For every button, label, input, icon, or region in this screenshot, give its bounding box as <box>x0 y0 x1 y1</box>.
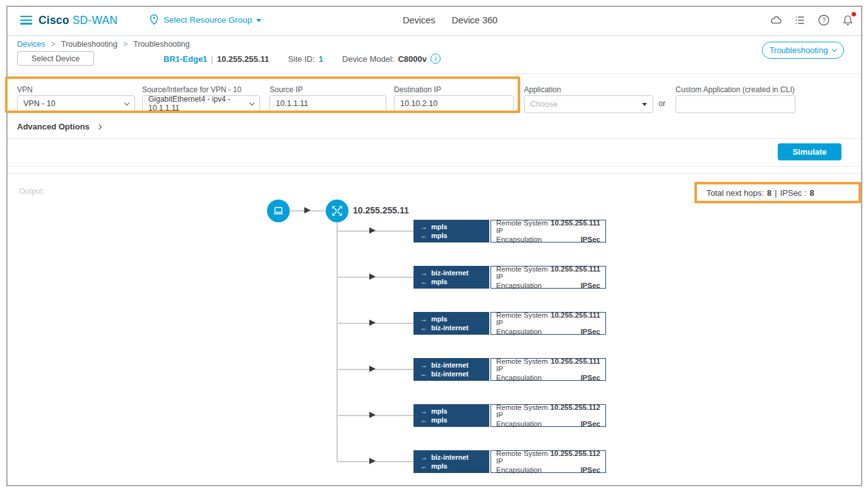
remote-system-ip-value: 10.255.255.111 <box>550 357 600 373</box>
outbound-arrow-icon: → <box>420 315 427 323</box>
edge-router-node[interactable] <box>326 200 348 222</box>
encapsulation-value: IPSec <box>581 420 600 428</box>
header-icon-group: ? <box>769 13 855 27</box>
custom-application-input[interactable] <box>682 100 789 109</box>
notification-badge <box>852 12 856 16</box>
hop-detail-panel: Remote System IP 10.255.255.111 Encapsul… <box>490 358 606 381</box>
outbound-arrow-icon: → <box>420 407 427 415</box>
vpn-select[interactable]: VPN - 10 <box>17 95 135 112</box>
info-icon[interactable]: i <box>431 54 441 64</box>
remote-system-ip-label: Remote System IP <box>496 450 548 465</box>
tloc-color-panel: →biz-internet ←mpls <box>413 266 489 289</box>
next-hop-box[interactable]: →mpls ←mpls Remote System IP 10.255.255.… <box>413 404 606 427</box>
interface-label: Source/Interface for VPN - 10 <box>142 85 241 94</box>
device-name[interactable]: BR1-Edge1 <box>163 54 207 64</box>
dropdown-arrow-icon <box>642 103 647 106</box>
next-hop-row: →mpls ←biz-internet Remote System IP 10.… <box>336 312 606 335</box>
encapsulation-value: IPSec <box>581 328 600 335</box>
inbound-arrow-icon: ← <box>420 416 427 424</box>
outbound-color: biz-internet <box>431 361 468 369</box>
custom-application-field[interactable] <box>675 95 795 113</box>
vpn-select-value: VPN - 10 <box>23 99 56 108</box>
next-hop-row: →biz-internet ←mpls Remote System IP 10.… <box>336 266 606 289</box>
task-list-icon[interactable] <box>793 13 807 27</box>
logo-product: SD-WAN <box>73 14 118 27</box>
next-hop-box[interactable]: →mpls ←biz-internet Remote System IP 10.… <box>413 312 606 335</box>
site-id-label: Site ID: <box>288 54 315 64</box>
total-hops-label: Total next hops: <box>706 188 764 198</box>
ipsec-label: IPSec : <box>780 188 807 198</box>
remote-system-ip-label: Remote System IP <box>496 404 548 419</box>
tloc-color-panel: →biz-internet ←mpls <box>413 450 489 473</box>
outbound-color: mpls <box>431 223 448 231</box>
application-placeholder: Choose <box>530 100 557 109</box>
notifications-icon[interactable] <box>841 13 855 27</box>
destination-ip-field[interactable]: 10.10.2.10 <box>394 95 514 112</box>
next-hop-summary: Total next hops: 8 | IPSec : 8 <box>700 184 821 202</box>
output-label: Output: <box>19 187 45 196</box>
next-hop-box[interactable]: →biz-internet ←mpls Remote System IP 10.… <box>413 450 606 473</box>
inbound-color: mpls <box>431 232 448 239</box>
app-logo: Cisco SD-WAN <box>39 14 117 27</box>
outbound-color: biz-internet <box>431 453 468 461</box>
next-hop-box[interactable]: →biz-internet ←biz-internet Remote Syste… <box>413 358 606 381</box>
menu-icon[interactable] <box>20 16 32 25</box>
next-hop-box[interactable]: →biz-internet ←mpls Remote System IP 10.… <box>413 266 606 289</box>
resource-group-label: Select Resource Group <box>163 15 252 25</box>
interface-select-value: GigabitEthernet4 - ipv4 - 10.1.1.11 <box>148 95 250 112</box>
select-device-button[interactable]: Select Device <box>17 51 94 66</box>
app-window: Cisco SD-WAN Select Resource Group Devic… <box>6 6 862 486</box>
next-hop-box[interactable]: →mpls ←mpls Remote System IP 10.255.255.… <box>413 220 606 243</box>
outbound-arrow-icon: → <box>420 269 427 277</box>
advanced-options-toggle[interactable]: Advanced Options <box>17 122 101 131</box>
tloc-color-panel: →mpls ←mpls <box>413 404 489 427</box>
destination-ip-value: 10.10.2.10 <box>400 99 437 108</box>
next-hop-row: →mpls ←mpls Remote System IP 10.255.255.… <box>336 220 606 243</box>
remote-system-ip-value: 10.255.255.111 <box>550 219 600 234</box>
inbound-color: mpls <box>431 278 448 285</box>
breadcrumb-devices[interactable]: Devices <box>17 40 45 49</box>
help-icon[interactable]: ? <box>817 13 831 27</box>
tab-devices[interactable]: Devices <box>403 15 436 25</box>
destination-ip-label: Destination IP <box>394 85 441 94</box>
resource-group-selector[interactable]: Select Resource Group <box>149 14 261 25</box>
source-ip-field[interactable]: 10.1.1.11 <box>270 95 386 112</box>
simulate-button[interactable]: Simulate <box>778 143 841 160</box>
cloud-icon[interactable] <box>769 13 783 27</box>
breadcrumb-separator: > <box>123 40 128 49</box>
source-host-node[interactable] <box>267 200 290 222</box>
breadcrumb: Devices > Troubleshooting > Troubleshoot… <box>17 40 189 49</box>
breadcrumb-separator: > <box>51 40 55 49</box>
connector-arrowhead-icon <box>304 207 311 213</box>
inbound-arrow-icon: ← <box>420 232 427 239</box>
remote-system-ip-value: 10.255.255.112 <box>550 404 600 419</box>
remote-system-ip-value: 10.255.255.111 <box>550 311 600 326</box>
application-select[interactable]: Choose <box>524 95 653 113</box>
device-ip: 10.255.255.11 <box>217 54 269 64</box>
section-divider <box>8 173 861 174</box>
outbound-color: biz-internet <box>431 269 468 277</box>
inbound-color: mpls <box>431 462 448 470</box>
device-info-separator: | <box>211 54 213 64</box>
encapsulation-label: Encapsulation <box>496 328 542 335</box>
inbound-arrow-icon: ← <box>420 324 427 332</box>
inbound-arrow-icon: ← <box>420 370 427 378</box>
interface-select[interactable]: GigabitEthernet4 - ipv4 - 10.1.1.11 <box>142 95 260 112</box>
hop-detail-panel: Remote System IP 10.255.255.111 Encapsul… <box>490 220 606 243</box>
header-tabs: Devices Device 360 <box>403 15 497 25</box>
encapsulation-label: Encapsulation <box>496 420 542 428</box>
outbound-arrow-icon: → <box>420 453 427 461</box>
summary-divider: | <box>775 188 776 198</box>
application-label: Application <box>524 85 561 94</box>
device-info-bar: BR1-Edge1 | 10.255.255.11 Site ID: 1 Dev… <box>163 54 441 64</box>
remote-system-ip-label: Remote System IP <box>496 357 549 373</box>
troubleshooting-button-label: Troubleshooting <box>770 45 828 55</box>
troubleshooting-dropdown-button[interactable]: Troubleshooting <box>762 42 844 59</box>
tab-device-360[interactable]: Device 360 <box>452 15 498 25</box>
inbound-color: biz-internet <box>431 324 468 332</box>
device-model-value: C8000v <box>398 54 427 64</box>
breadcrumb-troubleshooting[interactable]: Troubleshooting <box>61 40 117 49</box>
next-hop-row: →biz-internet ←mpls Remote System IP 10.… <box>336 450 606 473</box>
logo-brand: Cisco <box>39 14 69 27</box>
encapsulation-label: Encapsulation <box>496 236 542 243</box>
